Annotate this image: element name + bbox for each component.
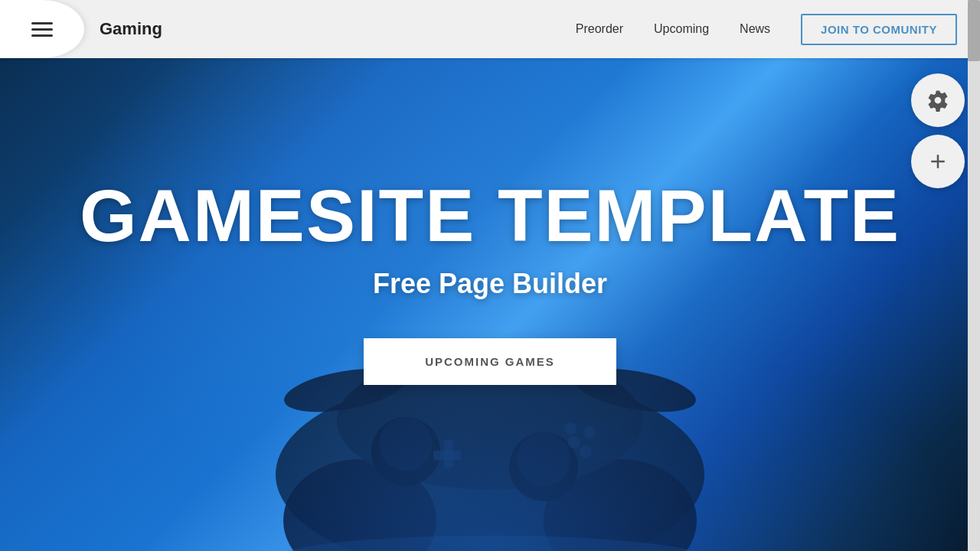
menu-button[interactable]: [0, 0, 84, 58]
scrollbar[interactable]: [968, 0, 980, 551]
nav-item-news[interactable]: News: [740, 22, 770, 36]
upcoming-games-button[interactable]: UPCOMING GAMES: [364, 338, 616, 385]
nav-item-preorder[interactable]: Preorder: [576, 22, 623, 36]
gear-icon: [926, 89, 949, 112]
nav-item-upcoming[interactable]: Upcoming: [654, 22, 709, 36]
add-button[interactable]: [911, 135, 965, 188]
settings-button[interactable]: [911, 73, 965, 127]
brand-logo: Gaming: [100, 19, 162, 39]
header: Gaming Preorder Upcoming News JOIN TO CO…: [0, 0, 980, 58]
scrollbar-thumb[interactable]: [968, 0, 980, 61]
hero-subtitle: Free Page Builder: [373, 268, 607, 300]
hamburger-icon: [31, 22, 53, 37]
join-community-button[interactable]: JOIN TO COMUNITY: [801, 14, 957, 45]
hero-title: GAMESITE TEMPLATE: [80, 179, 900, 253]
main-nav: Preorder Upcoming News JOIN TO COMUNITY: [576, 14, 957, 45]
hero-content: GAMESITE TEMPLATE Free Page Builder UPCO…: [0, 58, 980, 551]
plus-icon: [926, 150, 949, 173]
